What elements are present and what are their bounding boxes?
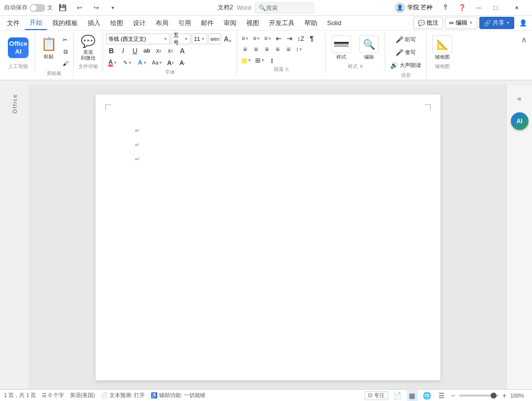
- smart-view-button[interactable]: 📐 辅相图: [430, 33, 455, 62]
- superscript-button[interactable]: x2: [165, 45, 176, 56]
- font-name-selector[interactable]: 等线 (西文正文) ▼: [106, 33, 170, 44]
- menu-item-draw[interactable]: 绘图: [105, 16, 128, 30]
- menu-item-file[interactable]: 文件: [2, 16, 25, 30]
- bullets-button[interactable]: ≡ ▼: [240, 33, 250, 43]
- zoom-plus-button[interactable]: +: [502, 392, 506, 400]
- listen-button[interactable]: 🎤 听写: [388, 33, 423, 45]
- cut-button[interactable]: ✂: [61, 34, 70, 45]
- menu-item-devtools[interactable]: 开发工具: [264, 16, 299, 30]
- page-info[interactable]: 1 页，共 1 页: [4, 392, 36, 399]
- maximize-button[interactable]: □: [489, 2, 502, 14]
- accessibility-status[interactable]: ♿ 辅助功能: 一切就绪: [151, 392, 205, 399]
- clear-format-btn[interactable]: A ✕: [222, 34, 233, 44]
- paragraph-2[interactable]: ↵: [135, 138, 401, 151]
- indent-increase-button[interactable]: ⇥: [285, 33, 295, 43]
- office-ai-button[interactable]: OfficeAI: [5, 33, 32, 62]
- font-size-selector[interactable]: 五号 ▼: [171, 33, 191, 44]
- sort-button[interactable]: ↕Z: [296, 33, 305, 43]
- shrink-font-button[interactable]: A-: [177, 57, 188, 68]
- collapse-right-panel-button[interactable]: «: [510, 89, 530, 108]
- print-view-button[interactable]: 📄: [392, 390, 403, 401]
- styles-settings-icon[interactable]: ⎘: [360, 64, 363, 69]
- highlight-button[interactable]: ✎ ▼: [121, 57, 134, 68]
- focus-button[interactable]: ⊡ 专注: [365, 391, 388, 400]
- minimize-button[interactable]: ─: [472, 2, 486, 14]
- web-view-button[interactable]: 🌐: [422, 390, 432, 401]
- menu-item-view[interactable]: 视图: [241, 16, 264, 30]
- customize-qat-button[interactable]: ▼: [106, 2, 120, 14]
- search-box[interactable]: 🔍: [255, 2, 314, 13]
- read-aloud-button[interactable]: 🔊 大声朗读: [388, 59, 423, 71]
- edit-mode-button[interactable]: ✏ 编辑 ▼: [445, 17, 477, 29]
- font-size-num-selector[interactable]: 11 ▼: [192, 33, 207, 44]
- close-button[interactable]: ×: [505, 0, 528, 16]
- grow-font-button[interactable]: A+: [165, 57, 176, 68]
- clear-format2-btn[interactable]: A: [177, 45, 188, 56]
- language-status[interactable]: 英语(美国): [70, 392, 95, 399]
- search-input[interactable]: [266, 4, 310, 11]
- menu-item-insert[interactable]: 插入: [83, 16, 105, 30]
- page-content[interactable]: ↵ ↵ ↵: [96, 95, 440, 197]
- italic-button[interactable]: I: [118, 45, 129, 56]
- justify-button[interactable]: ≡: [272, 44, 282, 54]
- align-right-button[interactable]: ≡: [262, 44, 271, 54]
- font-size-unit-btn[interactable]: wen: [208, 33, 221, 44]
- zoom-minus-button[interactable]: −: [451, 392, 455, 400]
- styles-button[interactable]: 样式: [329, 33, 354, 62]
- document-area[interactable]: ↵ ↵ ↵: [30, 85, 506, 389]
- help-icon-btn[interactable]: ❓: [455, 2, 469, 14]
- account-icon-btn[interactable]: 👤: [516, 17, 530, 29]
- change-case-button[interactable]: Aa ▼: [150, 57, 164, 68]
- align-left-button[interactable]: ≡: [240, 44, 250, 54]
- word-count[interactable]: ☰ 0 个字: [42, 392, 64, 399]
- text-prediction-status[interactable]: 📄 文本预测: 打开: [101, 392, 145, 399]
- copy-button[interactable]: ⧉: [61, 46, 70, 57]
- shading-button[interactable]: ▦ ▼: [240, 55, 253, 65]
- strikethrough-button[interactable]: ab: [141, 45, 152, 56]
- menu-item-reference[interactable]: 引用: [173, 16, 196, 30]
- paste-button[interactable]: 📋 粘贴: [38, 33, 60, 62]
- menu-item-layout[interactable]: 布局: [151, 16, 173, 30]
- zoom-slider-thumb[interactable]: [491, 393, 497, 399]
- column-button[interactable]: ⫿: [267, 55, 277, 65]
- menu-item-review[interactable]: 审阅: [219, 16, 241, 30]
- autosave-toggle[interactable]: [30, 4, 45, 12]
- share-button[interactable]: 🔗 共享 ▼: [479, 17, 514, 29]
- paragraph-3[interactable]: ↵: [135, 153, 401, 165]
- menu-item-template[interactable]: 我的模板: [47, 16, 83, 30]
- bold-button[interactable]: B: [106, 45, 117, 56]
- distributed-button[interactable]: ≡: [283, 44, 293, 54]
- save-button[interactable]: 💾: [56, 2, 69, 14]
- font-color-button[interactable]: A ▼: [106, 57, 120, 68]
- align-center-button[interactable]: ≡: [251, 44, 261, 54]
- menu-item-home[interactable]: 开始: [25, 16, 47, 30]
- zoom-slider[interactable]: [459, 395, 499, 397]
- underline-button[interactable]: U: [130, 45, 140, 56]
- numbering-button[interactable]: ≡ ▼: [251, 33, 262, 43]
- comment-button[interactable]: 💬 批注: [413, 17, 443, 29]
- show-marks-button[interactable]: ¶: [307, 33, 317, 43]
- ai-circle-button[interactable]: AI: [511, 112, 529, 130]
- document-page[interactable]: ↵ ↵ ↵: [96, 95, 440, 380]
- paragraph-1[interactable]: ↵: [135, 124, 401, 136]
- menu-item-solid[interactable]: Solid: [322, 16, 346, 30]
- read-view-button[interactable]: ▦: [407, 390, 418, 401]
- send-wechat-button[interactable]: 💬 发送到微信: [77, 33, 100, 62]
- menu-item-design[interactable]: 设计: [128, 16, 151, 30]
- editing-button[interactable]: 🔍 编辑: [356, 33, 382, 62]
- ribbon-collapse-button[interactable]: ∧: [519, 34, 529, 44]
- multilevel-button[interactable]: ≡ ▼: [263, 33, 273, 43]
- outline-view-button[interactable]: ☰: [436, 390, 447, 401]
- menu-item-help[interactable]: 帮助: [299, 16, 322, 30]
- subscript-button[interactable]: x2: [153, 45, 164, 56]
- user-area[interactable]: 👤 学院 芒种: [392, 1, 435, 14]
- format-painter-button[interactable]: 🖌: [61, 58, 70, 69]
- text-effect-button[interactable]: A ▼: [135, 57, 149, 68]
- undo-button[interactable]: ↩: [72, 2, 86, 14]
- ribbon-icon[interactable]: 🎖: [438, 2, 452, 14]
- indent-decrease-button[interactable]: ⇤: [274, 33, 284, 43]
- line-spacing-button[interactable]: ↕ ▼: [294, 44, 304, 54]
- menu-item-mail[interactable]: 邮件: [196, 16, 219, 30]
- redo-button[interactable]: ↪: [89, 2, 103, 14]
- paragraph-settings-icon[interactable]: ⎘: [286, 67, 289, 72]
